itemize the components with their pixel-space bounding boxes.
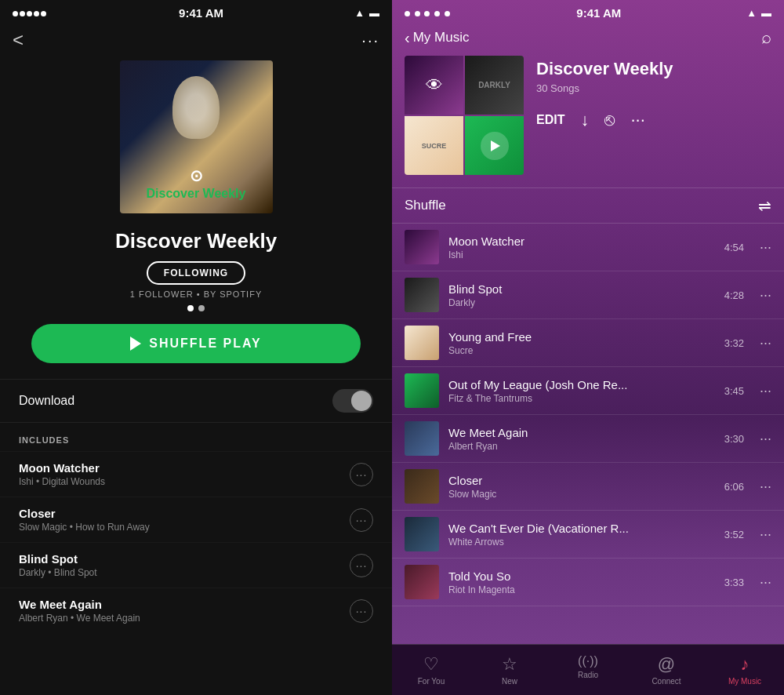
left-track-item-2[interactable]: Closer Slow Magic • How to Run Away ··· — [0, 497, 392, 542]
right-track-artist-3: Sucre — [448, 345, 715, 356]
right-track-name-1: Moon Watcher — [448, 235, 715, 248]
left-track-name-3: Blind Spot — [19, 552, 97, 566]
astronaut-image — [172, 76, 220, 139]
right-track-artist-6: Slow Magic — [448, 489, 715, 500]
includes-header: INCLUDES — [0, 422, 392, 451]
back-label: My Music — [413, 30, 470, 45]
right-track-artist-7: White Arrows — [448, 537, 715, 548]
shuffle-play-button[interactable]: SHUFFLE PLAY — [31, 324, 361, 363]
right-track-item-5[interactable]: We Meet Again Albert Ryan 3:30 ··· — [392, 415, 784, 463]
right-track-more-6[interactable]: ··· — [760, 478, 771, 495]
right-track-item-1[interactable]: Moon Watcher Ishi 4:54 ··· — [392, 224, 784, 271]
nav-item-connect[interactable]: @ Connect — [627, 651, 706, 692]
left-header: < ··· — [0, 23, 392, 60]
right-track-info-2: Blind Spot Darkly — [448, 282, 715, 308]
right-track-more-5[interactable]: ··· — [760, 431, 771, 447]
track-more-3[interactable]: ··· — [350, 554, 373, 577]
right-track-item-2[interactable]: Blind Spot Darkly 4:28 ··· — [392, 271, 784, 319]
right-track-duration-7: 3:52 — [724, 529, 744, 540]
play-icon — [130, 337, 141, 351]
left-track-info-3: Blind Spot Darkly • Blind Spot — [19, 552, 97, 578]
right-playlist-title: Discover Weekly — [536, 59, 673, 79]
edit-button[interactable]: EDIT — [536, 113, 564, 127]
back-to-mymusic[interactable]: ‹ My Music — [405, 29, 469, 47]
grid-cell-eye: 👁 — [405, 56, 463, 115]
right-track-more-1[interactable]: ··· — [760, 239, 771, 256]
playlist-actions: EDIT ↓ ⎋ ··· — [536, 107, 673, 130]
bottom-nav: ♡ For You ☆ New ((·)) Radio @ Connect ♪ … — [392, 644, 784, 695]
new-icon: ☆ — [502, 654, 517, 675]
nav-item-mymusic[interactable]: ♪ My Music — [706, 651, 784, 692]
left-track-sub-1: Ishi • Digital Wounds — [19, 476, 105, 487]
right-track-thumb-1 — [405, 230, 439, 264]
right-track-thumb-5 — [405, 421, 439, 456]
spotify-logo: ⊙ — [190, 166, 203, 187]
download-label: Download — [19, 394, 74, 408]
nav-item-new[interactable]: ☆ New — [470, 651, 549, 692]
right-track-thumb-8 — [405, 565, 439, 599]
right-playlist-songs: 30 Songs — [536, 82, 673, 94]
following-button[interactable]: FOLLOWING — [147, 261, 245, 285]
left-track-item-1[interactable]: Moon Watcher Ishi • Digital Wounds ··· — [0, 451, 392, 497]
download-icon[interactable]: ↓ — [580, 110, 589, 130]
left-track-item-4[interactable]: We Meet Again Albert Ryan • We Meet Agai… — [0, 588, 392, 633]
right-header: ‹ My Music ⌕ — [392, 23, 784, 56]
right-track-item-8[interactable]: Told You So Riot In Magenta 3:33 ··· — [392, 559, 784, 606]
playlist-more-icon[interactable]: ··· — [630, 110, 644, 130]
right-track-name-5: We Meet Again — [448, 426, 715, 439]
share-icon[interactable]: ⎋ — [604, 110, 615, 130]
right-time: 9:41 AM — [576, 6, 621, 20]
shuffle-icon[interactable]: ⇌ — [758, 196, 771, 215]
track-more-2[interactable]: ··· — [350, 508, 373, 532]
right-track-name-2: Blind Spot — [448, 282, 715, 296]
back-button[interactable]: < — [13, 29, 24, 51]
album-art-title: Discover Weekly — [147, 187, 246, 201]
following-btn-container: FOLLOWING — [0, 261, 392, 289]
left-track-name-2: Closer — [19, 507, 150, 520]
more-button[interactable]: ··· — [361, 31, 379, 49]
shuffle-label[interactable]: Shuffle — [405, 198, 446, 213]
right-track-artist-5: Albert Ryan — [448, 441, 715, 452]
right-track-item-3[interactable]: Young and Free Sucre 3:32 ··· — [392, 319, 784, 367]
right-track-more-7[interactable]: ··· — [760, 526, 771, 543]
playlist-header: 👁 DARKLY SUCRE Discover Weekly 30 Songs … — [392, 56, 784, 187]
track-more-4[interactable]: ··· — [350, 599, 373, 623]
wifi-icon: ▲ — [354, 7, 365, 19]
download-toggle[interactable] — [332, 389, 373, 413]
new-label: New — [502, 677, 517, 686]
right-track-more-2[interactable]: ··· — [760, 287, 771, 304]
right-track-duration-8: 3:33 — [724, 577, 744, 588]
right-track-duration-6: 6:06 — [724, 481, 744, 493]
mymusic-icon: ♪ — [741, 654, 750, 675]
left-track-item-3[interactable]: Blind Spot Darkly • Blind Spot ··· — [0, 542, 392, 588]
right-track-thumb-4 — [405, 373, 439, 408]
right-track-item-6[interactable]: Closer Slow Magic 6:06 ··· — [392, 463, 784, 511]
playlist-meta: 1 FOLLOWER • BY SPOTIFY — [0, 289, 392, 305]
right-track-thumb-2 — [405, 278, 439, 312]
dot-1 — [187, 305, 194, 311]
nav-item-radio[interactable]: ((·)) Radio — [549, 651, 627, 692]
right-track-info-6: Closer Slow Magic — [448, 474, 715, 500]
play-circle — [481, 132, 509, 160]
right-playlist-meta: Discover Weekly 30 Songs EDIT ↓ ⎋ ··· — [536, 56, 673, 175]
right-tracks-list: Moon Watcher Ishi 4:54 ··· Blind Spot Da… — [392, 224, 784, 644]
right-track-name-3: Young and Free — [448, 330, 715, 344]
for-you-icon: ♡ — [423, 654, 439, 675]
left-track-info-1: Moon Watcher Ishi • Digital Wounds — [19, 461, 105, 487]
right-track-more-3[interactable]: ··· — [760, 335, 771, 351]
left-track-name-1: Moon Watcher — [19, 461, 105, 475]
right-track-more-4[interactable]: ··· — [760, 383, 771, 399]
right-track-more-8[interactable]: ··· — [760, 574, 771, 591]
download-section: Download — [0, 379, 392, 422]
left-track-name-4: We Meet Again — [19, 598, 140, 611]
page-dots — [0, 305, 392, 324]
grid-cell-play[interactable] — [465, 116, 524, 175]
right-battery-icon: ▬ — [761, 7, 771, 19]
right-track-item-7[interactable]: We Can't Ever Die (Vacationer R... White… — [392, 511, 784, 559]
search-icon[interactable]: ⌕ — [761, 27, 771, 48]
shuffle-section: Shuffle ⇌ — [392, 187, 784, 224]
right-track-item-4[interactable]: Out of My League (Josh One Re... Fitz & … — [392, 367, 784, 415]
track-more-1[interactable]: ··· — [350, 463, 373, 486]
left-track-info-4: We Meet Again Albert Ryan • We Meet Agai… — [19, 598, 140, 624]
nav-item-for-you[interactable]: ♡ For You — [392, 651, 470, 692]
